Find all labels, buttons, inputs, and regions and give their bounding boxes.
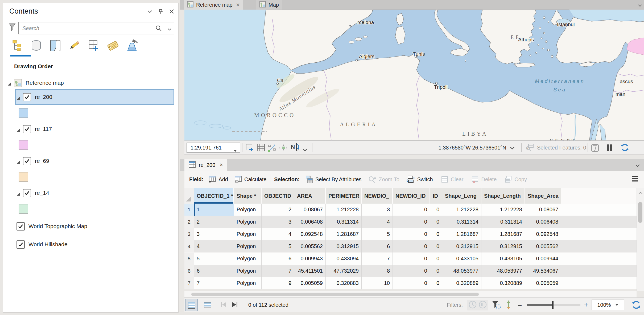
table-cell[interactable]: 3 [262, 216, 294, 228]
list-by-labeling-icon[interactable] [106, 38, 120, 53]
add-field-button[interactable]: Add [208, 176, 228, 183]
table-cell[interactable]: 0 [393, 253, 430, 265]
list-by-editing-icon[interactable] [67, 38, 82, 53]
table-cell[interactable]: 0.312915 [481, 240, 525, 253]
table-cell[interactable]: 1.212228 [481, 204, 525, 216]
table-row[interactable]: 33Polygon40.0925481.2816875001.2816871.2… [184, 228, 637, 240]
column-header[interactable]: ID [430, 188, 442, 204]
scrollbar-thumb[interactable] [191, 293, 479, 296]
table-cell[interactable]: 6 [262, 253, 294, 265]
refresh-icon[interactable] [620, 143, 629, 153]
measure-icon[interactable] [267, 143, 276, 154]
column-header[interactable]: PERIMETER [326, 188, 362, 204]
symbol-swatch[interactable] [19, 108, 28, 118]
table-cell[interactable]: 5 [362, 228, 393, 240]
table-cell[interactable]: 0 [393, 216, 430, 228]
table-cell[interactable]: 0 [393, 265, 430, 277]
table-cell[interactable]: 0 [430, 277, 442, 289]
table-cell[interactable]: 10 [362, 277, 393, 289]
scroll-up-icon[interactable] [639, 190, 642, 195]
table-cell[interactable]: 49.534067 [525, 265, 561, 277]
zoom-slider-handle[interactable] [552, 301, 554, 309]
switch-selection-button[interactable]: Switch [406, 175, 433, 183]
table-cell[interactable]: 0.433105 [481, 253, 525, 265]
range-filter-icon[interactable] [478, 300, 487, 310]
table-cell[interactable]: 1.212228 [442, 204, 481, 216]
table-cell[interactable]: 0.320883 [326, 277, 362, 289]
map-view[interactable]: rcelona Algiers Tunis Tripoli Istanbul A… [184, 10, 644, 140]
list-by-drawing-order-icon[interactable] [10, 38, 24, 53]
layer-checkbox[interactable] [23, 189, 31, 197]
table-cell[interactable]: 0.312915 [442, 240, 481, 253]
row-number[interactable]: 2 [184, 216, 194, 228]
tab-overflow-icon[interactable] [638, 3, 642, 8]
table-cell[interactable]: 5 [262, 240, 294, 253]
zoom-level-selector[interactable]: 100% [592, 300, 624, 310]
table-cell[interactable]: 1.281687 [481, 228, 525, 240]
table-cell[interactable]: 48.053977 [481, 265, 525, 277]
map-canvas[interactable]: rcelona Algiers Tunis Tripoli Istanbul A… [184, 10, 644, 140]
table-cell[interactable]: 0 [393, 204, 430, 216]
table-cell[interactable]: 0.006408 [294, 216, 326, 228]
table-menu-icon[interactable] [631, 176, 639, 183]
layer-checkbox[interactable] [23, 157, 31, 165]
zoom-in-icon[interactable]: + [584, 301, 588, 309]
column-header[interactable]: Shape * [234, 188, 262, 204]
vertical-scrollbar[interactable] [637, 188, 644, 291]
coordinates-dropdown-icon[interactable] [510, 145, 514, 151]
table-cell[interactable]: 0.092548 [294, 228, 326, 240]
row-number[interactable]: 4 [184, 240, 194, 252]
symbol-swatch[interactable] [19, 172, 28, 182]
add-overlay-icon[interactable] [245, 143, 254, 154]
row-number[interactable]: 1 [184, 204, 194, 216]
table-cell[interactable]: 4 [262, 228, 294, 240]
selection-filter-icon[interactable] [491, 300, 501, 311]
layer-checkbox[interactable] [23, 125, 31, 133]
close-icon[interactable] [169, 9, 174, 14]
table-cell[interactable]: Polygon [234, 204, 262, 216]
table-cell[interactable]: 6 [362, 240, 393, 253]
table-cell[interactable]: 0.311314 [326, 216, 362, 228]
symbol-swatch[interactable] [19, 140, 28, 150]
layer-item[interactable]: re_200 [15, 89, 174, 105]
search-icon[interactable] [155, 25, 162, 33]
collapse-icon[interactable] [147, 10, 152, 13]
column-header[interactable]: Shape_Leng [442, 188, 481, 204]
table-cell[interactable]: 0.433094 [326, 253, 362, 265]
table-cell[interactable]: 0 [393, 228, 430, 240]
expander-icon[interactable] [16, 127, 20, 131]
table-cell[interactable]: 8 [362, 265, 393, 277]
map-tools-dropdown-icon[interactable] [303, 147, 307, 153]
table-cell[interactable]: 1.281687 [442, 228, 481, 240]
tab-close-icon[interactable]: × [236, 1, 240, 8]
table-cell[interactable]: 0.005059 [525, 277, 561, 289]
table-cell[interactable]: 0.320889 [481, 277, 525, 289]
table-cell[interactable]: 0.005562 [525, 240, 561, 253]
pause-drawing-icon[interactable] [606, 144, 613, 153]
layer-item[interactable]: re_14 [15, 185, 174, 201]
table-cell[interactable]: 7 [194, 277, 234, 289]
select-polygon-icon[interactable] [591, 144, 599, 153]
show-selected-records-button[interactable] [201, 299, 214, 311]
search-input[interactable] [18, 22, 174, 34]
table-cell[interactable]: 0.006408 [525, 216, 561, 228]
table-cell[interactable]: 4 [362, 216, 393, 228]
table-cell[interactable]: 2 [194, 216, 234, 228]
table-cell[interactable]: Polygon [234, 216, 262, 228]
table-cell[interactable]: 9 [262, 277, 294, 289]
table-cell[interactable]: 0 [430, 228, 442, 240]
list-by-snapping-icon[interactable] [86, 38, 101, 53]
zoom-to-button[interactable]: Zoom To [368, 176, 399, 183]
table-row[interactable]: 55Polygon60.0099430.4330947000.4331050.4… [184, 253, 637, 265]
table-cell[interactable]: 0.311314 [481, 216, 525, 228]
table-cell[interactable]: 0 [430, 265, 442, 277]
table-cell[interactable]: 2 [262, 204, 294, 216]
snapping-icon[interactable] [279, 143, 288, 154]
table-pane-collapse-icon[interactable] [635, 163, 640, 168]
expander-icon[interactable] [16, 95, 20, 99]
copy-selection-button[interactable]: Copy [505, 176, 527, 183]
row-number[interactable]: 7 [184, 277, 194, 289]
scale-selector[interactable]: 1:29,191,761 [187, 143, 240, 153]
layer-item[interactable]: World Hillshade [3, 235, 177, 253]
table-cell[interactable]: 0.312915 [326, 240, 362, 253]
